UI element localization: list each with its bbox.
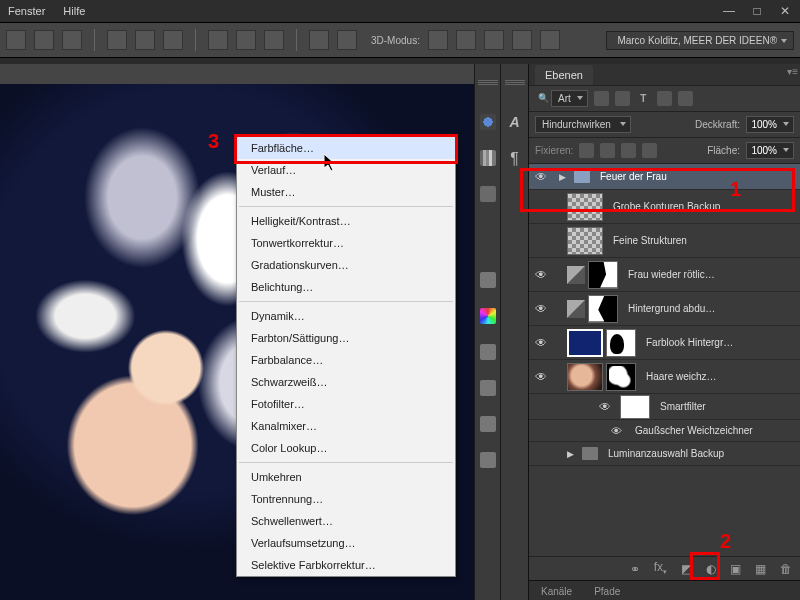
menu-item-threshold[interactable]: Schwellenwert… [237,510,455,532]
swatches-panel-icon[interactable] [480,308,496,324]
layer-style-icon[interactable]: fx▾ [654,560,667,576]
layer-row[interactable]: 👁 Haare weichz… [529,360,800,394]
option-button[interactable] [34,30,54,50]
option-button[interactable] [484,30,504,50]
menu-item-color-balance[interactable]: Farbbalance… [237,349,455,371]
layer-thumbnail[interactable] [567,227,603,255]
maximize-button[interactable]: □ [750,4,764,18]
expand-toggle[interactable]: ▶ [567,449,574,459]
panel-menu-icon[interactable]: ▾≡ [787,66,798,77]
layer-mask[interactable] [606,329,636,357]
menu-item-exposure[interactable]: Belichtung… [237,276,455,298]
opacity-value[interactable]: 100% [746,116,794,133]
panel-grip-icon[interactable] [478,80,498,88]
layer-row[interactable]: 👁 Feine Strukturen [529,224,800,258]
panel-icon[interactable] [480,114,496,130]
layer-name[interactable]: Hintergrund abdu… [628,303,715,314]
link-layers-icon[interactable]: ⚭ [630,562,640,576]
new-group-icon[interactable]: ▣ [730,562,741,576]
layer-row[interactable]: 👁 Hintergrund abdu… [529,292,800,326]
option-button[interactable] [337,30,357,50]
menu-item-gradient[interactable]: Verlauf… [237,159,455,181]
lock-pixels-icon[interactable] [600,143,615,158]
option-button[interactable] [163,30,183,50]
menu-item-invert[interactable]: Umkehren [237,466,455,488]
panel-icon[interactable] [480,380,496,396]
layer-row[interactable]: 👁 ▶ Luminanzauswahl Backup [529,442,800,466]
expand-toggle[interactable]: ▶ [559,172,566,182]
new-adjustment-layer-icon[interactable]: ◐ [706,562,716,576]
option-button[interactable] [309,30,329,50]
character-panel-icon[interactable]: A [509,114,519,130]
layer-mask[interactable] [588,295,618,323]
histogram-panel-icon[interactable] [480,150,496,166]
menu-item-solid-color[interactable]: Farbfläche… [237,137,455,159]
option-button[interactable] [107,30,127,50]
filter-name[interactable]: Gaußscher Weichzeichner [635,425,753,436]
menu-item-gradient-map[interactable]: Verlaufsumsetzung… [237,532,455,554]
option-button[interactable] [6,30,26,50]
new-layer-icon[interactable]: ▦ [755,562,766,576]
visibility-toggle[interactable]: 👁 [529,302,553,316]
filter-pixel-icon[interactable] [594,91,609,106]
visibility-toggle[interactable]: 👁 [529,370,553,384]
layer-row[interactable]: 👁 Grobe Konturen Backup [529,190,800,224]
smart-filter-row[interactable]: 👁 Smartfilter [529,394,800,420]
menu-item-pattern[interactable]: Muster… [237,181,455,203]
filter-smart-icon[interactable] [678,91,693,106]
layer-mask[interactable] [620,395,650,419]
filter-type-icon[interactable]: T [636,91,651,106]
layer-thumbnail[interactable] [567,363,603,391]
tab-layers[interactable]: Ebenen [535,65,593,85]
add-mask-icon[interactable]: ◩ [681,562,692,576]
option-button[interactable] [264,30,284,50]
layer-name[interactable]: Grobe Konturen Backup [613,201,720,212]
delete-layer-icon[interactable]: 🗑 [780,562,792,576]
lock-position-icon[interactable] [621,143,636,158]
fill-value[interactable]: 100% [746,142,794,159]
layer-group[interactable]: 👁 ▶ Feuer der Frau [529,164,800,190]
layer-name[interactable]: Luminanzauswahl Backup [608,448,724,459]
menu-item-selective-color[interactable]: Selektive Farbkorrektur… [237,554,455,576]
lock-transparent-icon[interactable] [579,143,594,158]
workspace-switcher[interactable]: Marco Kolditz, MEER DER IDEEN® [606,31,794,50]
tab-paths[interactable]: Pfade [588,583,626,600]
filter-adjust-icon[interactable] [615,91,630,106]
layer-row[interactable]: 👁 Frau wieder rötlic… [529,258,800,292]
option-button[interactable] [428,30,448,50]
layer-name[interactable]: Haare weichz… [646,371,717,382]
visibility-toggle[interactable]: 👁 [529,268,553,282]
option-button[interactable] [135,30,155,50]
menu-item-levels[interactable]: Tonwertkorrektur… [237,232,455,254]
menu-help[interactable]: Hilfe [63,5,85,17]
layer-name[interactable]: Farblook Hintergr… [646,337,733,348]
menu-item-vibrance[interactable]: Dynamik… [237,305,455,327]
paragraph-panel-icon[interactable]: ¶ [510,150,519,168]
menu-item-hue-saturation[interactable]: Farbton/Sättigung… [237,327,455,349]
visibility-toggle[interactable]: 👁 [529,234,553,248]
menu-item-color-lookup[interactable]: Color Lookup… [237,437,455,459]
visibility-toggle[interactable]: 👁 [607,425,625,437]
panel-icon[interactable] [480,186,496,202]
visibility-toggle[interactable]: 👁 [529,200,553,214]
menu-window[interactable]: Fenster [8,5,45,17]
filter-shape-icon[interactable] [657,91,672,106]
filter-kind-dropdown[interactable]: Art [551,90,588,107]
tab-channels[interactable]: Kanäle [535,583,578,600]
panel-icon[interactable] [480,452,496,468]
option-button[interactable] [236,30,256,50]
option-button[interactable] [540,30,560,50]
close-button[interactable]: ✕ [778,4,792,18]
visibility-toggle[interactable]: 👁 [593,400,617,414]
menu-item-posterize[interactable]: Tontrennung… [237,488,455,510]
lock-all-icon[interactable] [642,143,657,158]
minimize-button[interactable]: — [722,4,736,18]
menu-item-photo-filter[interactable]: Fotofilter… [237,393,455,415]
panel-icon[interactable] [480,272,496,288]
layer-mask[interactable] [588,261,618,289]
smart-filter-entry[interactable]: 👁 Gaußscher Weichzeichner [529,420,800,442]
menu-item-channel-mixer[interactable]: Kanalmixer… [237,415,455,437]
layer-name[interactable]: Feine Strukturen [613,235,687,246]
blend-mode-dropdown[interactable]: Hindurchwirken [535,116,631,133]
option-button[interactable] [456,30,476,50]
